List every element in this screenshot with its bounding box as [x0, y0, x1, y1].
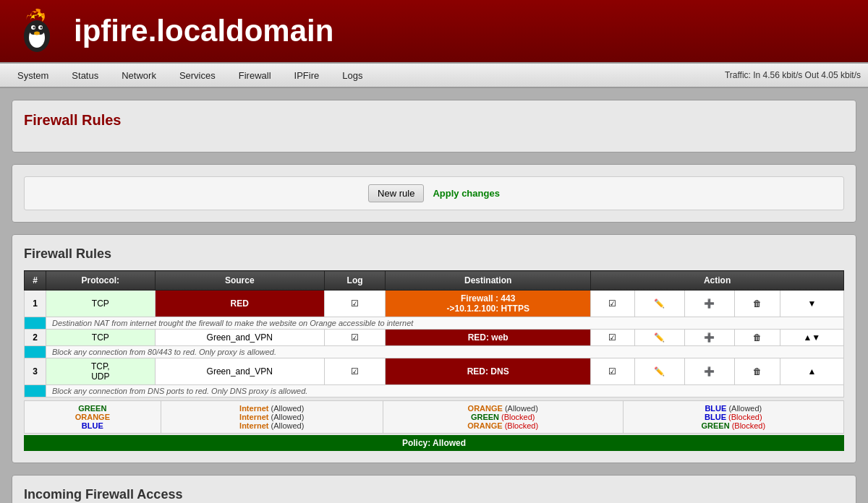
svg-point-7 — [41, 27, 43, 29]
rule-action-edit[interactable]: ✏️ — [634, 291, 684, 317]
svg-point-6 — [33, 27, 35, 29]
rule-number: 3 — [25, 358, 46, 385]
rule-protocol: TCP — [46, 330, 156, 346]
rule-description: Block any connection from DNS ports to r… — [46, 385, 844, 397]
rule-action-down[interactable]: ▼ — [780, 291, 843, 317]
col-log: Log — [324, 271, 385, 291]
summary-blue: BLUE (Allowed) BLUE (Blocked) GREEN (Blo… — [623, 401, 843, 434]
rule-destination: RED: web — [386, 330, 591, 346]
nav-system[interactable]: System — [7, 67, 59, 84]
page-title: Firewall Rules — [24, 112, 844, 129]
firewall-rules-title: Firewall Rules — [24, 246, 844, 262]
rule-action-check[interactable]: ☑ — [591, 291, 635, 317]
nav-network[interactable]: Network — [111, 67, 166, 84]
rule-action-edit[interactable]: ✏️ — [634, 358, 684, 385]
nav-services[interactable]: Services — [169, 67, 226, 84]
svg-point-8 — [34, 32, 40, 35]
toolbar-panel: New rule Apply changes — [12, 164, 856, 223]
col-protocol: Protocol: — [46, 271, 156, 291]
rule-action-delete[interactable]: 🗑 — [735, 358, 780, 385]
rule-cyan-bar — [25, 346, 46, 358]
rule-description: Destination NAT from internet trought th… — [46, 317, 844, 330]
rule-log[interactable]: ☑ — [324, 291, 385, 317]
nav-ipfire[interactable]: IPFire — [284, 67, 330, 84]
rule-action-check[interactable]: ☑ — [591, 358, 635, 385]
summary-sources: GREEN ORANGE BLUE — [25, 401, 161, 434]
col-action: Action — [591, 271, 844, 291]
logo — [12, 6, 62, 56]
rule-source: Green_and_VPN — [155, 330, 324, 346]
rule-description-row: Block any connection from DNS ports to r… — [25, 385, 844, 397]
rule-description: Block any connection from 80/443 to red.… — [46, 346, 844, 358]
rule-protocol: TCP — [46, 291, 156, 317]
rule-source: Green_and_VPN — [155, 358, 324, 385]
col-destination: Destination — [386, 271, 591, 291]
main-content: Firewall Rules New rule Apply changes Fi… — [0, 88, 868, 503]
nav-firewall[interactable]: Firewall — [229, 67, 281, 84]
new-rule-button[interactable]: New rule — [368, 184, 424, 202]
rule-action-delete[interactable]: 🗑 — [735, 291, 780, 317]
incoming-title: Incoming Firewall Access — [24, 487, 844, 502]
rule-number: 2 — [25, 330, 46, 346]
table-row: 2 TCP Green_and_VPN ☑ RED: web ☑ ✏️ ➕ 🗑 … — [25, 330, 844, 346]
policy-bar: Policy: Allowed — [24, 435, 844, 451]
rule-number: 1 — [25, 291, 46, 317]
rule-action-delete[interactable]: 🗑 — [735, 330, 780, 346]
rule-description-row: Destination NAT from internet trought th… — [25, 317, 844, 330]
nav-logs[interactable]: Logs — [332, 67, 373, 84]
rule-action-edit[interactable]: ✏️ — [634, 330, 684, 346]
rule-action-updown[interactable]: ▲▼ — [780, 330, 843, 346]
col-source: Source — [155, 271, 324, 291]
col-num: # — [25, 271, 46, 291]
rule-destination: RED: DNS — [386, 358, 591, 385]
rule-destination: Firewall : 443->10.1.2.100: HTTPS — [386, 291, 591, 317]
firewall-rules-table: # Protocol: Source Log Destination Actio… — [24, 270, 844, 397]
rule-cyan-bar — [25, 385, 46, 397]
rule-log[interactable]: ☑ — [324, 330, 385, 346]
rule-source: RED — [155, 291, 324, 317]
traffic-indicator: Traffic: In 4.56 kbit/s Out 4.05 kbit/s — [725, 70, 861, 80]
toolbar: New rule Apply changes — [24, 176, 844, 210]
rule-protocol: TCP,UDP — [46, 358, 156, 385]
nav-status[interactable]: Status — [61, 67, 109, 84]
header: ipfire.localdomain — [0, 0, 868, 62]
rule-action-up[interactable]: ▲ — [780, 358, 843, 385]
rule-action-add[interactable]: ➕ — [684, 330, 734, 346]
site-title: ipfire.localdomain — [74, 14, 333, 48]
rule-action-add[interactable]: ➕ — [684, 291, 734, 317]
summary-table: GREEN ORANGE BLUE Internet (Allowed) Int… — [24, 400, 844, 434]
apply-changes-button[interactable]: Apply changes — [433, 188, 499, 199]
page-title-panel: Firewall Rules — [12, 100, 856, 152]
navbar: System Status Network Services Firewall … — [0, 62, 868, 88]
firewall-rules-panel: Firewall Rules # Protocol: Source Log De… — [12, 234, 856, 463]
summary-destinations: ORANGE (Allowed) GREEN (Blocked) ORANGE … — [383, 401, 623, 434]
rule-description-row: Block any connection from 80/443 to red.… — [25, 346, 844, 358]
rule-action-add[interactable]: ➕ — [684, 358, 734, 385]
rule-log[interactable]: ☑ — [324, 358, 385, 385]
table-row: 3 TCP,UDP Green_and_VPN ☑ RED: DNS ☑ ✏️ … — [25, 358, 844, 385]
table-row: 1 TCP RED ☑ Firewall : 443->10.1.2.100: … — [25, 291, 844, 317]
incoming-panel: Incoming Firewall Access # Protocol: Sou… — [12, 475, 856, 503]
rule-cyan-bar — [25, 317, 46, 330]
nav-menu: System Status Network Services Firewall … — [7, 67, 725, 84]
rule-action-check[interactable]: ☑ — [591, 330, 635, 346]
summary-source-dests: Internet (Allowed) Internet (Allowed) In… — [161, 401, 383, 434]
